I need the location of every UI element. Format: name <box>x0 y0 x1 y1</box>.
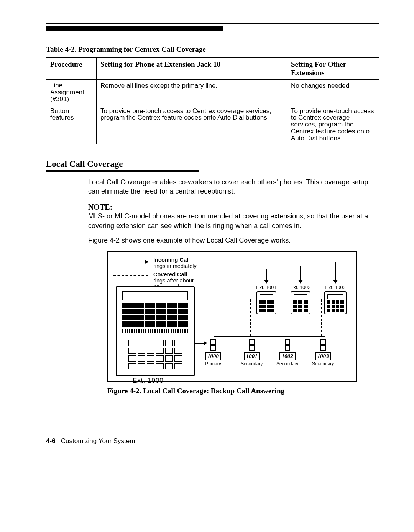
main-ext-label: Ext. 1000 <box>133 377 164 384</box>
header-bar <box>46 26 223 31</box>
ext-label: Ext. 1003 <box>324 285 347 290</box>
jack-1003: 1003 Secondary <box>312 339 334 366</box>
jack-role: Primary <box>205 361 221 366</box>
cell: To provide one-touch access to Centrex c… <box>97 105 287 144</box>
note-label: NOTE: <box>88 203 380 212</box>
cell: To provide one-touch access to Centrex c… <box>287 105 380 144</box>
jack-id: 1000 <box>205 352 221 360</box>
th-setting-other: Setting For Other Extensions <box>287 58 380 80</box>
figure-4-2: Incoming Call rings immediately Covered … <box>107 251 357 382</box>
phone-icon <box>291 291 310 314</box>
table-row: Button features To provide one-touch acc… <box>46 105 380 144</box>
connector-line <box>214 336 325 337</box>
note-body: MLS- or MLC-model phones are recommended… <box>88 212 380 230</box>
paragraph: Figure 4-2 shows one example of how Loca… <box>88 236 380 245</box>
cell: Remove all lines except the primary line… <box>97 80 287 105</box>
phone-icon <box>256 291 276 314</box>
jack-role: Secondary <box>312 361 334 366</box>
dashed-connector <box>321 299 322 336</box>
main-phone-icon <box>116 286 195 376</box>
table-title: Table 4-2. Programming for Centrex Call … <box>46 45 380 54</box>
down-arrow-icon <box>335 262 336 283</box>
paragraph: Local Call Coverage enables co-workers t… <box>88 177 380 196</box>
phone-icon <box>324 291 347 314</box>
cell: Button features <box>46 105 97 144</box>
jack-1002: 1002 Secondary <box>276 339 298 366</box>
jack-role: Secondary <box>241 361 263 366</box>
cell: No changes needed <box>287 80 380 105</box>
ext-label: Ext. 1001 <box>256 285 276 290</box>
footer-title: Customizing Your System <box>61 437 135 445</box>
jack-role: Secondary <box>276 361 298 366</box>
centrex-table: Procedure Setting for Phone at Extension… <box>46 57 380 144</box>
section-title: Local Call Coverage <box>46 159 380 169</box>
legend-incoming: Incoming Call rings immediately <box>153 257 197 269</box>
jack-1000: 1000 Primary <box>205 339 221 366</box>
legend-covered-sub1: rings after about <box>153 277 194 284</box>
solid-arrow-icon <box>113 261 148 261</box>
ext-1002: Ext. 1002 <box>290 266 310 314</box>
jack-1001: 1001 Secondary <box>241 339 263 366</box>
dashed-arrow-icon <box>113 275 148 276</box>
down-arrow-icon <box>300 266 301 283</box>
jack-id: 1001 <box>244 352 260 360</box>
down-arrow-icon <box>266 269 267 283</box>
table-row: Line Assignment (#301) Remove all lines … <box>46 80 380 105</box>
cell: Line Assignment (#301) <box>46 80 97 105</box>
th-procedure: Procedure <box>46 58 97 80</box>
ext-1003: Ext. 1003 <box>324 262 347 314</box>
legend-incoming-sub: rings immediately <box>153 263 197 269</box>
dashed-connector <box>250 299 251 336</box>
top-rule <box>46 23 380 24</box>
legend-incoming-title: Incoming Call <box>153 257 190 263</box>
jack-id: 1003 <box>315 352 331 360</box>
ext-1001: Ext. 1001 <box>256 269 276 314</box>
page-number: 4-6 <box>46 437 56 445</box>
connector-line <box>194 343 205 344</box>
dashed-connector <box>286 299 286 336</box>
page-footer: 4-6 Customizing Your System <box>46 437 380 445</box>
section-underline <box>46 170 199 172</box>
figure-caption: Figure 4-2. Local Call Coverage: Backup … <box>107 387 380 395</box>
legend-covered-title: Covered Call <box>153 271 187 277</box>
th-setting-jack10: Setting for Phone at Extension Jack 10 <box>97 58 287 80</box>
jack-id: 1002 <box>279 352 296 360</box>
ext-label: Ext. 1002 <box>290 285 310 290</box>
